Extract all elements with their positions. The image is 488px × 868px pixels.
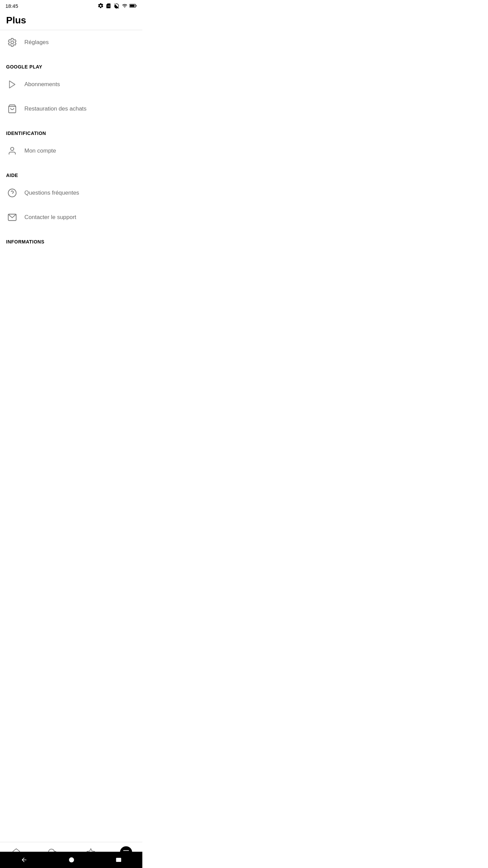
sim-status-icon	[106, 3, 111, 9]
svg-point-5	[11, 147, 14, 151]
status-icons	[98, 3, 137, 9]
svg-rect-1	[130, 5, 135, 7]
support-label: Contacter le support	[24, 214, 76, 221]
mail-icon	[6, 211, 18, 223]
status-bar: 18:45	[0, 0, 142, 11]
section-header-identification: IDENTIFICATION	[0, 121, 142, 139]
mon-compte-label: Mon compte	[24, 147, 56, 154]
page-title: Plus	[0, 11, 142, 30]
menu-item-mon-compte[interactable]: Mon compte	[0, 139, 142, 163]
svg-point-6	[8, 189, 16, 197]
wifi-icon	[113, 3, 120, 8]
abonnements-label: Abonnements	[24, 81, 60, 88]
signal-icon	[122, 3, 127, 8]
question-icon	[6, 187, 18, 199]
status-time: 18:45	[5, 3, 18, 9]
user-icon	[6, 145, 18, 157]
play-icon	[6, 78, 18, 91]
bag-icon	[6, 103, 18, 115]
main-content: Plus Réglages GOOGLE PLAY Abonnements	[0, 11, 142, 288]
battery-icon	[129, 3, 137, 8]
section-header-informations: INFORMATIONS	[0, 230, 142, 247]
menu-item-abonnements[interactable]: Abonnements	[0, 72, 142, 97]
menu-item-support[interactable]: Contacter le support	[0, 205, 142, 230]
reglages-label: Réglages	[24, 39, 49, 46]
svg-rect-2	[136, 5, 137, 7]
faq-label: Questions fréquentes	[24, 190, 79, 196]
menu-item-reglages[interactable]: Réglages	[0, 30, 142, 55]
menu-item-faq[interactable]: Questions fréquentes	[0, 181, 142, 205]
section-header-aide: AIDE	[0, 163, 142, 181]
menu-item-restauration[interactable]: Restauration des achats	[0, 97, 142, 121]
settings-status-icon	[98, 3, 104, 9]
restauration-label: Restauration des achats	[24, 105, 86, 112]
svg-marker-3	[9, 81, 15, 88]
section-header-google-play: GOOGLE PLAY	[0, 55, 142, 72]
gear-icon	[6, 36, 18, 48]
